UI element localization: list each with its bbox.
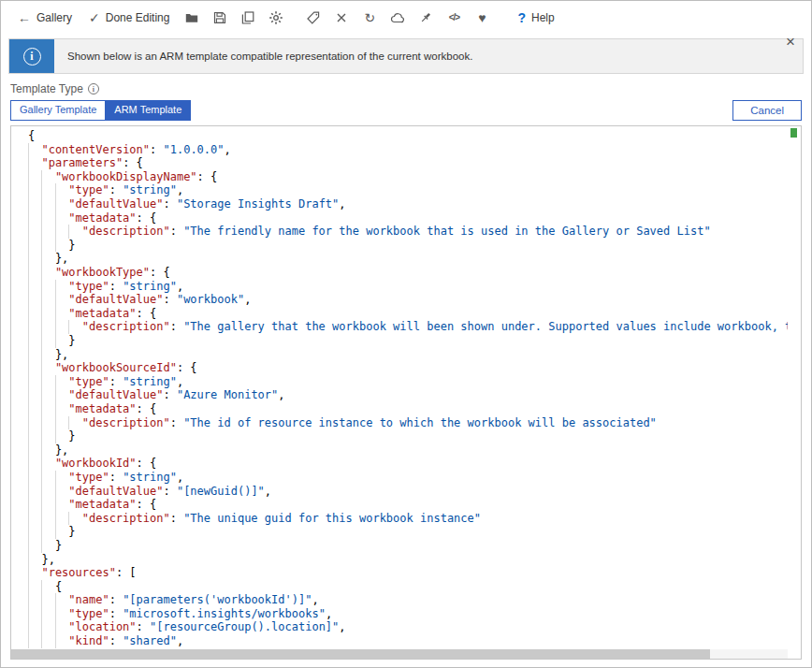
cancel-button[interactable]: Cancel [732,100,802,121]
code-line: "description": "The unique guid for this… [28,512,788,526]
code-line: "metadata": { [28,498,788,512]
code-line: "description": "The friendly name for th… [28,225,788,239]
gallery-button[interactable]: ← Gallery [10,7,80,28]
tag-button[interactable] [300,6,326,30]
code-line: "defaultValue": "Azure Monitor", [28,388,788,402]
code-line: }, [28,252,788,266]
help-question-icon: ? [517,10,526,25]
code-line: } [28,334,788,348]
info-icon: i [9,39,54,73]
code-line: "kind": "shared", [28,634,788,648]
cloud-icon [390,10,405,25]
code-line: "type": "string", [28,183,788,197]
code-line: "type": "string", [28,280,788,294]
code-line: }, [28,348,788,362]
code-line: "type": "string", [28,471,788,485]
favorite-button[interactable]: ♥ [469,6,495,30]
code-line: "description": "The id of resource insta… [28,416,788,430]
code-line: "contentVersion": "1.0.0.0", [28,143,788,157]
done-editing-button[interactable]: ✓ Done Editing [81,7,177,28]
code-line: "workbookSourceId": { [28,361,788,375]
save-icon [212,10,227,25]
workbook-window: ← Gallery ✓ Done Editing ↻ [0,0,812,668]
code-line: "metadata": { [28,307,788,321]
code-line: "workbookType": { [28,266,788,280]
code-line: { [28,580,788,594]
toolbar: ← Gallery ✓ Done Editing ↻ [1,1,811,35]
pin-icon [418,10,433,25]
template-type-row: Template Type i [10,82,811,95]
check-icon: ✓ [89,11,100,24]
code-line: "name": "[parameters('workbookId')]", [28,593,788,607]
done-editing-label: Done Editing [106,11,170,24]
code-line: "parameters": { [28,156,788,170]
code-line: } [28,539,788,553]
code-view-button[interactable]: </> [441,6,467,30]
horizontal-scrollbar-thumb[interactable] [11,649,710,659]
help-button[interactable]: ? Help [510,7,561,29]
code-line: "description": "The gallery that the wor… [28,320,788,334]
code-icon: </> [449,13,459,22]
info-circle-glyph: i [23,48,41,65]
code-lines[interactable]: { "contentVersion": "1.0.0.0", "paramete… [11,126,788,648]
tab-arm-template[interactable]: ARM Template [105,100,191,120]
template-tabs: Gallery Template ARM Template Cancel [10,100,802,121]
info-banner: i Shown below is an ARM template compati… [8,38,804,74]
vertical-scrollbar[interactable] [788,126,801,648]
horizontal-scrollbar[interactable] [11,649,788,659]
banner-message: Shown below is an ARM template compatibl… [67,51,472,62]
code-line: "workbookId": { [28,457,788,471]
code-line: "workbookDisplayName": { [28,170,788,184]
banner-close-icon[interactable]: × [778,34,803,50]
save-as-button[interactable] [235,6,261,30]
code-line: "type": "microsoft.insights/workbooks", [28,607,788,621]
code-line: "defaultValue": "Storage Insights Draft"… [28,197,788,211]
code-line: }, [28,443,788,457]
cloud-button[interactable] [384,6,411,30]
template-type-label: Template Type [10,82,83,95]
help-label: Help [531,11,555,24]
open-button[interactable] [179,6,205,30]
code-line: } [28,429,788,443]
code-line: "location": "[resourceGroup().location]"… [28,620,788,634]
code-line: "metadata": { [28,402,788,416]
refresh-button[interactable]: ↻ [356,6,383,30]
settings-gear-icon [268,10,283,25]
code-line: }, [28,553,788,567]
template-type-info-icon: i [88,83,99,94]
overview-ruler-marker [790,128,797,138]
pin-button[interactable] [413,6,439,30]
code-line: "metadata": { [28,211,788,225]
code-line: "defaultValue": "workbook", [28,293,788,307]
code-line: { [28,129,788,143]
gallery-button-label: Gallery [36,11,72,24]
back-arrow-icon: ← [18,11,31,24]
code-line: "type": "string", [28,375,788,389]
code-line: } [28,239,788,253]
arm-template-editor[interactable]: { "contentVersion": "1.0.0.0", "paramete… [10,125,802,660]
refresh-icon: ↻ [365,11,376,24]
save-as-icon [240,10,255,25]
tag-icon [306,10,321,25]
code-line: } [28,525,788,539]
code-line: "resources": [ [28,566,788,580]
save-button[interactable] [207,6,233,30]
code-line: "defaultValue": "[newGuid()]", [28,485,788,499]
tab-gallery-template[interactable]: Gallery Template [10,100,106,120]
heart-icon: ♥ [478,11,486,24]
open-folder-icon [184,10,199,25]
close-button[interactable] [328,6,355,30]
settings-button[interactable] [263,6,289,30]
close-x-icon [334,10,349,25]
